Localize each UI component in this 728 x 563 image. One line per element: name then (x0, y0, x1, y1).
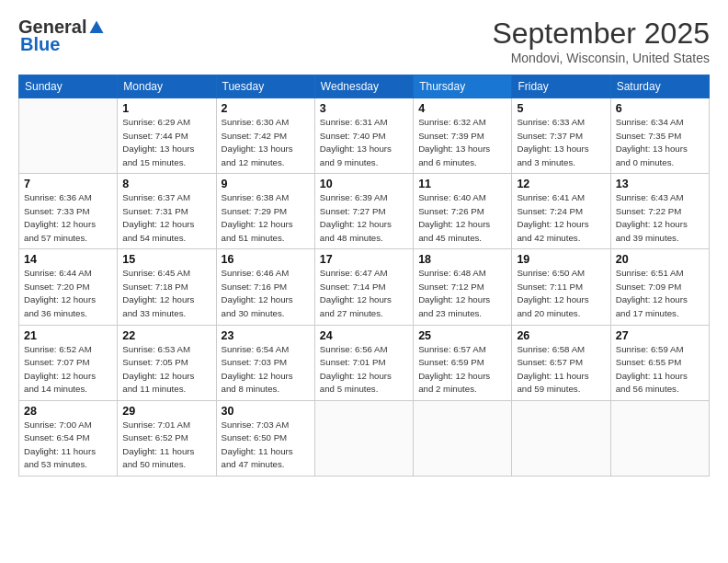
day-number: 9 (222, 178, 310, 190)
col-sunday: Sunday (19, 75, 118, 98)
table-row: 8Sunrise: 6:37 AMSunset: 7:31 PMDaylight… (118, 174, 216, 249)
day-number: 18 (418, 253, 506, 266)
day-number: 13 (616, 178, 704, 190)
day-info: Sunrise: 6:47 AMSunset: 7:14 PMDaylight:… (320, 267, 408, 320)
logo: General Blue (18, 17, 105, 55)
day-number: 6 (616, 102, 704, 115)
col-thursday: Thursday (414, 75, 512, 98)
table-row: 30Sunrise: 7:03 AMSunset: 6:50 PMDayligh… (216, 400, 314, 476)
day-info: Sunrise: 6:36 AMSunset: 7:33 PMDaylight:… (24, 191, 112, 245)
day-number: 23 (222, 329, 310, 342)
table-row (19, 98, 118, 174)
page: General Blue September 2025 Mondovi, Wis… (0, 0, 728, 563)
table-row: 7Sunrise: 6:36 AMSunset: 7:33 PMDaylight… (19, 174, 118, 249)
day-number: 29 (122, 405, 210, 418)
calendar-week-row: 14Sunrise: 6:44 AMSunset: 7:20 PMDayligh… (19, 249, 710, 325)
day-info: Sunrise: 6:33 AMSunset: 7:37 PMDaylight:… (517, 116, 605, 169)
day-info: Sunrise: 6:30 AMSunset: 7:42 PMDaylight:… (222, 116, 310, 169)
table-row: 5Sunrise: 6:33 AMSunset: 7:37 PMDaylight… (512, 98, 610, 174)
table-row: 24Sunrise: 6:56 AMSunset: 7:01 PMDayligh… (314, 325, 413, 400)
day-number: 27 (616, 329, 704, 342)
day-info: Sunrise: 6:32 AMSunset: 7:39 PMDaylight:… (418, 116, 506, 169)
table-row: 13Sunrise: 6:43 AMSunset: 7:22 PMDayligh… (610, 174, 709, 249)
day-number: 19 (517, 253, 605, 266)
day-info: Sunrise: 6:31 AMSunset: 7:40 PMDaylight:… (320, 116, 408, 169)
table-row (512, 400, 610, 476)
calendar-table: Sunday Monday Tuesday Wednesday Thursday… (18, 75, 710, 477)
table-row: 1Sunrise: 6:29 AMSunset: 7:44 PMDaylight… (118, 98, 216, 174)
day-info: Sunrise: 6:59 AMSunset: 6:55 PMDaylight:… (616, 343, 704, 396)
table-row: 28Sunrise: 7:00 AMSunset: 6:54 PMDayligh… (19, 400, 118, 476)
header: General Blue September 2025 Mondovi, Wis… (18, 17, 710, 65)
day-number: 20 (616, 253, 704, 266)
table-row: 14Sunrise: 6:44 AMSunset: 7:20 PMDayligh… (19, 249, 118, 325)
day-info: Sunrise: 6:46 AMSunset: 7:16 PMDaylight:… (222, 267, 310, 320)
table-row: 29Sunrise: 7:01 AMSunset: 6:52 PMDayligh… (118, 400, 216, 476)
day-number: 26 (517, 329, 605, 342)
table-row: 3Sunrise: 6:31 AMSunset: 7:40 PMDaylight… (314, 98, 413, 174)
day-number: 2 (222, 102, 310, 115)
day-info: Sunrise: 6:54 AMSunset: 7:03 PMDaylight:… (222, 343, 310, 396)
day-info: Sunrise: 6:38 AMSunset: 7:29 PMDaylight:… (222, 191, 310, 245)
day-info: Sunrise: 7:03 AMSunset: 6:50 PMDaylight:… (222, 419, 310, 472)
table-row: 23Sunrise: 6:54 AMSunset: 7:03 PMDayligh… (216, 325, 314, 400)
day-info: Sunrise: 6:58 AMSunset: 6:57 PMDaylight:… (517, 343, 605, 396)
table-row: 17Sunrise: 6:47 AMSunset: 7:14 PMDayligh… (314, 249, 413, 325)
table-row: 11Sunrise: 6:40 AMSunset: 7:26 PMDayligh… (414, 174, 512, 249)
day-info: Sunrise: 6:52 AMSunset: 7:07 PMDaylight:… (24, 343, 112, 396)
table-row: 19Sunrise: 6:50 AMSunset: 7:11 PMDayligh… (512, 249, 610, 325)
day-number: 28 (24, 405, 112, 418)
table-row: 9Sunrise: 6:38 AMSunset: 7:29 PMDaylight… (216, 174, 314, 249)
day-number: 3 (320, 102, 408, 115)
day-info: Sunrise: 6:40 AMSunset: 7:26 PMDaylight:… (418, 191, 506, 245)
calendar-week-row: 1Sunrise: 6:29 AMSunset: 7:44 PMDaylight… (19, 98, 710, 174)
title-block: September 2025 Mondovi, Wisconsin, Unite… (492, 17, 710, 65)
table-row (610, 400, 709, 476)
day-info: Sunrise: 6:29 AMSunset: 7:44 PMDaylight:… (122, 116, 210, 169)
day-number: 25 (418, 329, 506, 342)
day-info: Sunrise: 6:56 AMSunset: 7:01 PMDaylight:… (320, 343, 408, 396)
col-wednesday: Wednesday (314, 75, 413, 98)
svg-marker-0 (90, 20, 104, 33)
day-number: 8 (122, 178, 210, 190)
day-info: Sunrise: 6:53 AMSunset: 7:05 PMDaylight:… (122, 343, 210, 396)
table-row: 4Sunrise: 6:32 AMSunset: 7:39 PMDaylight… (414, 98, 512, 174)
day-info: Sunrise: 6:37 AMSunset: 7:31 PMDaylight:… (122, 191, 210, 245)
day-number: 24 (320, 329, 408, 342)
table-row: 26Sunrise: 6:58 AMSunset: 6:57 PMDayligh… (512, 325, 610, 400)
calendar-week-row: 7Sunrise: 6:36 AMSunset: 7:33 PMDaylight… (19, 174, 710, 249)
day-info: Sunrise: 6:39 AMSunset: 7:27 PMDaylight:… (320, 191, 408, 245)
table-row: 2Sunrise: 6:30 AMSunset: 7:42 PMDaylight… (216, 98, 314, 174)
day-info: Sunrise: 6:34 AMSunset: 7:35 PMDaylight:… (616, 116, 704, 169)
table-row: 18Sunrise: 6:48 AMSunset: 7:12 PMDayligh… (414, 249, 512, 325)
table-row: 25Sunrise: 6:57 AMSunset: 6:59 PMDayligh… (414, 325, 512, 400)
table-row: 22Sunrise: 6:53 AMSunset: 7:05 PMDayligh… (118, 325, 216, 400)
day-number: 16 (222, 253, 310, 266)
day-info: Sunrise: 6:41 AMSunset: 7:24 PMDaylight:… (517, 191, 605, 245)
day-number: 22 (122, 329, 210, 342)
day-info: Sunrise: 6:48 AMSunset: 7:12 PMDaylight:… (418, 267, 506, 320)
calendar-week-row: 28Sunrise: 7:00 AMSunset: 6:54 PMDayligh… (19, 400, 710, 476)
col-saturday: Saturday (610, 75, 709, 98)
day-number: 7 (24, 178, 112, 190)
table-row: 12Sunrise: 6:41 AMSunset: 7:24 PMDayligh… (512, 174, 610, 249)
day-number: 17 (320, 253, 408, 266)
day-info: Sunrise: 6:57 AMSunset: 6:59 PMDaylight:… (418, 343, 506, 396)
day-number: 21 (24, 329, 112, 342)
calendar-week-row: 21Sunrise: 6:52 AMSunset: 7:07 PMDayligh… (19, 325, 710, 400)
location: Mondovi, Wisconsin, United States (492, 51, 710, 65)
table-row: 15Sunrise: 6:45 AMSunset: 7:18 PMDayligh… (118, 249, 216, 325)
table-row: 16Sunrise: 6:46 AMSunset: 7:16 PMDayligh… (216, 249, 314, 325)
day-number: 10 (320, 178, 408, 190)
col-monday: Monday (118, 75, 216, 98)
day-number: 4 (418, 102, 506, 115)
month-title: September 2025 (492, 17, 710, 51)
day-info: Sunrise: 6:44 AMSunset: 7:20 PMDaylight:… (24, 267, 112, 320)
table-row: 10Sunrise: 6:39 AMSunset: 7:27 PMDayligh… (314, 174, 413, 249)
day-info: Sunrise: 7:00 AMSunset: 6:54 PMDaylight:… (24, 419, 112, 472)
table-row (314, 400, 413, 476)
day-number: 12 (517, 178, 605, 190)
day-info: Sunrise: 6:45 AMSunset: 7:18 PMDaylight:… (122, 267, 210, 320)
table-row: 6Sunrise: 6:34 AMSunset: 7:35 PMDaylight… (610, 98, 709, 174)
calendar-header-row: Sunday Monday Tuesday Wednesday Thursday… (19, 75, 710, 98)
